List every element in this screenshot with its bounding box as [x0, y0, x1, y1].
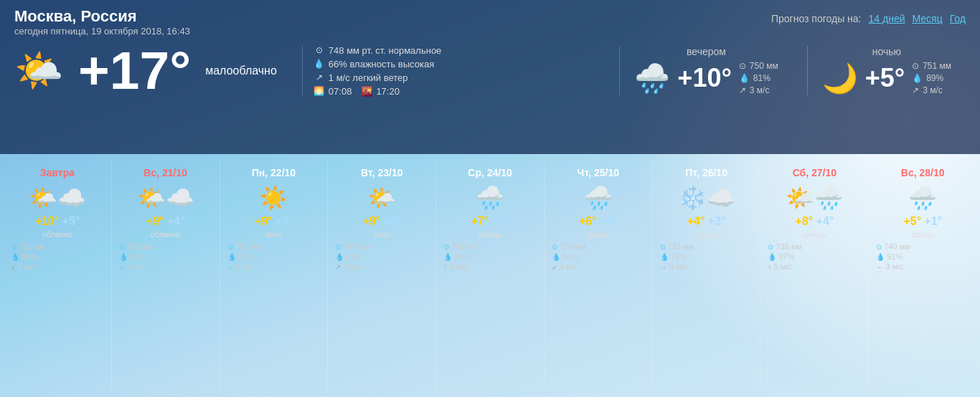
- humidity-drop-icon: 💧: [335, 253, 344, 261]
- current-pressure: 748 мм рт. ст. нормальное: [329, 45, 442, 56]
- day-wind: 2 м/с: [343, 262, 361, 271]
- day-icon: 🌤️🌧️: [786, 184, 843, 211]
- forecast-day-card[interactable]: Сб, 27/10 🌤️🌧️ +8° +4° дождь ⊙ 735 мм 💧 …: [760, 161, 869, 390]
- day-temps: +6° +4°: [579, 215, 618, 228]
- day-details: ⊙ 751 мм 💧 89% ↙ 3 м/с: [7, 242, 108, 271]
- humidity-drop-icon: 💧: [119, 253, 128, 261]
- day-humidity: 90%: [130, 252, 146, 261]
- sunrise-icon: 🌅: [314, 86, 325, 96]
- wind-direction-icon: ←: [876, 263, 883, 271]
- forecast-14days-link[interactable]: 14 дней: [869, 13, 905, 24]
- day-label: Сб, 27/10: [793, 167, 837, 178]
- day-icon: ❄️☁️: [678, 184, 735, 211]
- day-details: ⊙ 733 мм 💧 79% → 6 м/с: [656, 242, 757, 271]
- day-low: +3°: [708, 215, 726, 227]
- day-temps: +4° +3°: [687, 215, 726, 228]
- forecast-day-card[interactable]: Завтра 🌤️☁️ +10° +5° облачно ⊙ 751 мм 💧 …: [4, 161, 112, 390]
- day-pressure: 735 мм: [776, 242, 802, 251]
- wind-direction-icon: ↙: [552, 263, 557, 271]
- evening-wind: 3 м/с: [750, 85, 770, 95]
- forecast-day-card[interactable]: Вт, 23/10 🌤️ +9° +3° ясно ⊙ 749 мм 💧 88%…: [328, 161, 436, 390]
- day-condition: дождь: [803, 230, 826, 239]
- night-wind-icon: ↗: [912, 85, 919, 95]
- wind-direction-icon: ↗: [335, 263, 341, 271]
- night-block: ночью 🌙 +5° ⊙ 751 мм 💧 89%: [807, 46, 966, 95]
- evening-pressure-icon: ⊙: [739, 61, 746, 71]
- day-low: +5°: [62, 215, 80, 227]
- day-label: Ср, 24/10: [468, 167, 512, 178]
- forecast-year-link[interactable]: Год: [950, 13, 966, 24]
- forecast-panel: Завтра 🌤️☁️ +10° +5° облачно ⊙ 751 мм 💧 …: [0, 154, 980, 397]
- day-high: +9°: [362, 215, 380, 227]
- day-icon: 🌤️☁️: [29, 184, 86, 211]
- current-details: ⊙ 748 мм рт. ст. нормальное 💧 66% влажно…: [302, 45, 442, 97]
- forecast-day-card[interactable]: Пт, 26/10 ❄️☁️ +4° +3° осадки ⊙ 733 мм 💧…: [653, 161, 761, 390]
- day-condition: дождь: [911, 230, 934, 239]
- day-temps: +9° +3°: [255, 215, 293, 228]
- forecast-day-card[interactable]: Чт, 25/10 🌧️ +6° +4° дождь ⊙ 729 мм 💧 84…: [545, 161, 653, 390]
- day-details: ⊙ 755 мм 💧 88% ← 1 м/с: [224, 242, 324, 271]
- day-humidity: 91%: [887, 252, 903, 261]
- humidity-drop-icon: 💧: [227, 253, 236, 261]
- night-wind: 3 м/с: [923, 85, 943, 95]
- forecast-day-card[interactable]: Вс, 28/10 🌧️ +5° +1° дождь ⊙ 740 мм 💧 91…: [869, 161, 976, 390]
- humidity-drop-icon: 💧: [552, 253, 560, 261]
- humidity-drop-icon: 💧: [876, 253, 885, 261]
- day-humidity: 88%: [346, 252, 362, 261]
- day-pressure: 740 мм: [884, 242, 910, 251]
- evening-label: вечером: [687, 46, 726, 57]
- day-condition: дождь: [479, 230, 501, 239]
- pressure-circle-icon: ⊙: [11, 243, 17, 251]
- day-condition: облачно: [151, 230, 181, 239]
- day-condition: осадки: [694, 230, 719, 239]
- day-high: +10°: [35, 215, 60, 227]
- day-temps: +10° +5°: [35, 215, 80, 228]
- day-low: +3°: [383, 215, 401, 227]
- day-high: +6°: [579, 215, 597, 227]
- humidity-drop-icon: 💧: [768, 253, 776, 261]
- day-condition: ясно: [265, 230, 283, 239]
- humidity-icon: 💧: [314, 59, 325, 69]
- day-label: Вс, 28/10: [901, 167, 945, 178]
- day-temps: +9° +4°: [146, 215, 185, 228]
- forecast-month-link[interactable]: Месяц: [912, 13, 942, 24]
- day-humidity: 89%: [454, 252, 470, 261]
- current-sunset: 17:20: [376, 86, 400, 97]
- day-label: Вт, 23/10: [361, 167, 403, 178]
- day-wind: 2 м/с: [128, 262, 146, 271]
- day-label: Вс, 21/10: [143, 167, 187, 178]
- day-wind: 5 м/с: [773, 262, 791, 271]
- sunset-icon: 🌇: [361, 86, 372, 97]
- day-temps: +9° +3°: [362, 215, 401, 228]
- evening-wind-icon: ↗: [739, 85, 746, 95]
- evening-pressure: 750 мм: [750, 61, 778, 71]
- day-label: Пт, 26/10: [685, 167, 727, 178]
- day-high: +8°: [795, 215, 813, 227]
- current-weather-icon: 🌤️: [14, 51, 64, 90]
- day-wind: 1 м/с: [237, 262, 255, 271]
- night-icon: 🌙: [822, 62, 858, 95]
- day-details: ⊙ 753 мм 💧 90% ← 2 м/с: [116, 242, 216, 271]
- day-pressure: 751 мм: [19, 242, 45, 251]
- evening-humidity-icon: 💧: [739, 73, 750, 83]
- wind-direction-icon: ↑: [768, 263, 771, 271]
- forecast-day-card[interactable]: Вс, 21/10 🌤️☁️ +9° +4° облачно ⊙ 753 мм …: [112, 161, 220, 390]
- day-high: +5°: [903, 215, 921, 227]
- day-pressure: 755 мм: [235, 242, 262, 251]
- forecast-day-card[interactable]: Пн, 22/10 ☀️ +9° +3° ясно ⊙ 755 мм 💧 88%…: [220, 161, 329, 390]
- pressure-circle-icon: ⊙: [119, 243, 125, 251]
- day-temps: +7° +2°: [471, 215, 509, 228]
- day-details: ⊙ 741 мм 💧 89% ↑ 2 м/с: [440, 242, 540, 271]
- wind-direction-icon: →: [660, 263, 667, 271]
- day-humidity: 88%: [238, 252, 254, 261]
- current-sunrise: 07:08: [329, 86, 352, 97]
- day-pressure: 741 мм: [451, 242, 478, 251]
- forecast-day-card[interactable]: Ср, 24/10 🌧️ +7° +2° дождь ⊙ 741 мм 💧 89…: [436, 161, 545, 390]
- night-pressure-icon: ⊙: [912, 61, 919, 71]
- day-humidity: 84%: [562, 252, 578, 261]
- pressure-circle-icon: ⊙: [768, 243, 773, 251]
- day-wind: 2 м/с: [449, 262, 467, 271]
- night-humidity-icon: 💧: [912, 73, 923, 83]
- day-pressure: 753 мм: [127, 242, 154, 251]
- day-humidity: 87%: [778, 252, 794, 261]
